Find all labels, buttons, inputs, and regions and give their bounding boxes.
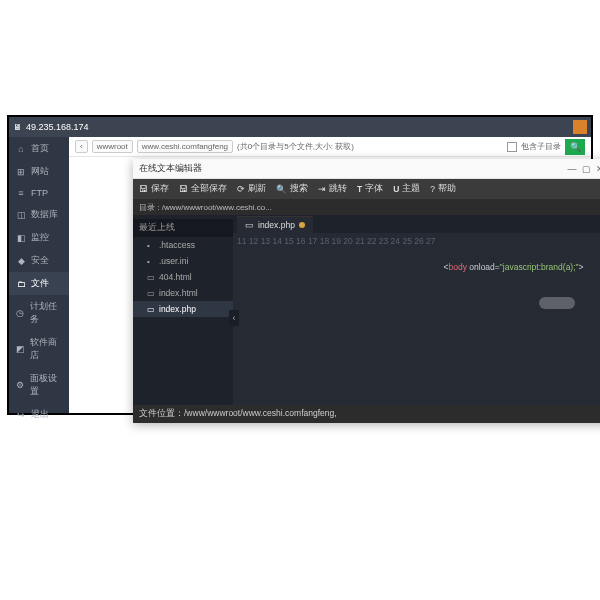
sidebar-item-首页[interactable]: ⌂首页 <box>9 137 69 160</box>
file-tree: 最近上线 •.htaccess•.user.ini▭404.html▭index… <box>133 215 233 405</box>
breadcrumb: ‹ wwwroot www.ceshi.comfangfeng (共0个目录与5… <box>69 137 591 157</box>
sidebar-icon: 🗀 <box>16 279 26 289</box>
goto-button[interactable]: ⇥ 跳转 <box>318 183 347 195</box>
editor-toolbar: 🖫 保存 🖫 全部保存 ⟳ 刷新 🔍 搜索 ⇥ 跳转 T 字体 U 主题 ? 帮… <box>133 179 600 199</box>
line-gutter: 11 12 13 14 15 16 17 18 19 20 21 22 23 2… <box>233 233 440 405</box>
save-all-button[interactable]: 🖫 全部保存 <box>179 183 227 195</box>
unsaved-dot-icon <box>299 222 305 228</box>
editor-tabs: ▭index.php <box>233 215 600 233</box>
file-icon: ▭ <box>147 289 155 298</box>
search-tool-button[interactable]: 🔍 搜索 <box>276 183 308 195</box>
file-index.php[interactable]: ▭index.php <box>133 301 233 317</box>
sidebar-icon: ◫ <box>16 210 26 220</box>
back-button[interactable]: ‹ <box>75 140 88 153</box>
notification-icon[interactable] <box>573 120 587 134</box>
sidebar-label: 退出 <box>31 408 49 421</box>
main-panel: ‹ wwwroot www.ceshi.comfangfeng (共0个目录与5… <box>69 137 591 413</box>
sidebar-item-退出[interactable]: ↪退出 <box>9 403 69 426</box>
server-ip: 49.235.168.174 <box>26 122 89 132</box>
sidebar-label: 软件商店 <box>30 336 62 362</box>
file-.user.ini[interactable]: •.user.ini <box>133 253 233 269</box>
include-subdir-checkbox[interactable] <box>507 142 517 152</box>
sidebar-item-文件[interactable]: 🗀文件 <box>9 272 69 295</box>
sidebar-item-面板设置[interactable]: ⚙面板设置 <box>9 367 69 403</box>
file-icon: • <box>147 257 155 266</box>
minimize-button[interactable]: — <box>565 164 579 174</box>
sidebar-label: 数据库 <box>31 208 58 221</box>
theme-button[interactable]: U 主题 <box>393 183 420 195</box>
sidebar-label: 面板设置 <box>30 372 62 398</box>
sidebar-icon: ◧ <box>16 233 26 243</box>
sidebar: ⌂首页⊞网站≡FTP◫数据库◧监控◆安全🗀文件◷计划任务◩软件商店⚙面板设置↪退… <box>9 137 69 413</box>
sidebar-label: 首页 <box>31 142 49 155</box>
file-404.html[interactable]: ▭404.html <box>133 269 233 285</box>
crumb-wwwroot[interactable]: wwwroot <box>92 140 133 153</box>
sidebar-item-FTP[interactable]: ≡FTP <box>9 183 69 203</box>
crumb-summary: (共0个目录与5个文件,大小: 获取) <box>237 141 354 152</box>
file-tree-header: 最近上线 <box>133 219 233 237</box>
editor-title: 在线文本编辑器 <box>139 162 202 175</box>
save-button[interactable]: 🖫 保存 <box>139 183 169 195</box>
editor-path: 目录 : /www/wwwroot/www.ceshi.co... <box>133 199 600 215</box>
file-index.html[interactable]: ▭index.html <box>133 285 233 301</box>
file-.htaccess[interactable]: •.htaccess <box>133 237 233 253</box>
search-button[interactable]: 🔍 <box>565 139 585 155</box>
cursor-highlight <box>539 297 575 309</box>
file-icon: • <box>147 241 155 250</box>
crumb-site[interactable]: www.ceshi.comfangfeng <box>137 140 233 153</box>
maximize-button[interactable]: ▢ <box>579 164 593 174</box>
sidebar-item-监控[interactable]: ◧监控 <box>9 226 69 249</box>
close-button[interactable]: ✕ <box>593 164 600 174</box>
sidebar-label: 监控 <box>31 231 49 244</box>
refresh-button[interactable]: ⟳ 刷新 <box>237 183 266 195</box>
tab-index-php[interactable]: ▭index.php <box>237 216 313 233</box>
sidebar-icon: ⚙ <box>16 380 25 390</box>
editor-status-bar: 文件位置：/www/wwwroot/www.ceshi.comfangfeng, <box>133 405 600 423</box>
text-editor-modal: 在线文本编辑器 — ▢ ✕ 🖫 保存 🖫 全部保存 ⟳ 刷新 🔍 搜索 ⇥ 跳转… <box>133 159 600 423</box>
sidebar-item-安全[interactable]: ◆安全 <box>9 249 69 272</box>
sidebar-item-网站[interactable]: ⊞网站 <box>9 160 69 183</box>
sidebar-icon: ⊞ <box>16 167 26 177</box>
font-button[interactable]: T 字体 <box>357 183 383 195</box>
code-content[interactable]: </span> <span class="tg"><?php</span> <s… <box>440 233 600 405</box>
sidebar-label: 文件 <box>31 277 49 290</box>
sidebar-icon: ◩ <box>16 344 25 354</box>
sidebar-label: 网站 <box>31 165 49 178</box>
sidebar-item-计划任务[interactable]: ◷计划任务 <box>9 295 69 331</box>
sidebar-label: 安全 <box>31 254 49 267</box>
file-icon: ▭ <box>147 305 155 314</box>
editor-titlebar: 在线文本编辑器 — ▢ ✕ <box>133 159 600 179</box>
help-button[interactable]: ? 帮助 <box>430 183 456 195</box>
sidebar-icon: ⌂ <box>16 144 26 154</box>
monitor-icon: 🖥 <box>13 122 22 132</box>
sidebar-item-软件商店[interactable]: ◩软件商店 <box>9 331 69 367</box>
tree-collapse-button[interactable]: ‹ <box>229 310 239 326</box>
sidebar-item-数据库[interactable]: ◫数据库 <box>9 203 69 226</box>
sidebar-label: FTP <box>31 188 48 198</box>
sidebar-icon: ↪ <box>16 410 26 420</box>
include-subdir-label: 包含子目录 <box>521 141 561 152</box>
top-bar: 🖥 49.235.168.174 <box>9 117 591 137</box>
file-icon: ▭ <box>147 273 155 282</box>
sidebar-icon: ◆ <box>16 256 26 266</box>
sidebar-label: 计划任务 <box>30 300 62 326</box>
sidebar-icon: ◷ <box>16 308 25 318</box>
sidebar-icon: ≡ <box>16 188 26 198</box>
